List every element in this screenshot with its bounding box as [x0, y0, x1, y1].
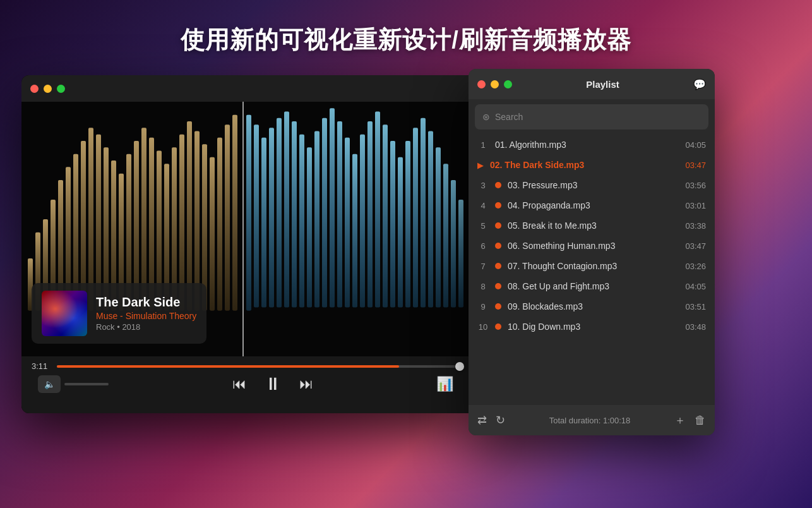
prev-button[interactable]: ⏮ — [232, 376, 246, 392]
player-controls: 3:11 🔈 ⏮ ⏸ ⏭ 📊 — [21, 356, 470, 413]
item-name: 05. Break it to Me.mp3 — [508, 221, 679, 231]
close-button[interactable] — [30, 85, 39, 93]
playlist-maximize-button[interactable] — [504, 80, 512, 88]
list-item[interactable]: 7 07. Thought Contagion.mp3 03:26 — [469, 256, 715, 276]
list-item[interactable]: ▶ 02. The Dark Side.mp3 03:47 — [469, 155, 715, 175]
progress-fill — [57, 365, 399, 368]
svg-rect-25 — [210, 157, 215, 311]
item-name: 02. The Dark Side.mp3 — [490, 160, 679, 170]
item-dot — [495, 283, 501, 289]
svg-rect-56 — [443, 164, 448, 307]
item-duration: 03:56 — [685, 181, 706, 190]
svg-rect-53 — [421, 118, 426, 308]
volume-icon[interactable]: 🔈 — [38, 375, 61, 393]
svg-rect-35 — [284, 112, 289, 308]
delete-icon[interactable]: 🗑 — [695, 414, 706, 427]
controls-row: 🔈 ⏮ ⏸ ⏭ 📊 — [32, 373, 460, 394]
item-duration: 03:26 — [685, 262, 706, 271]
item-dot — [495, 222, 501, 229]
windows-container: The Dark Side Muse - Simulation Theory R… — [0, 75, 774, 435]
item-number: 10 — [477, 322, 489, 332]
svg-rect-38 — [307, 147, 312, 307]
item-name: 07. Thought Contagion.mp3 — [508, 261, 679, 271]
list-item[interactable]: 9 09. Blockades.mp3 03:51 — [469, 296, 715, 317]
svg-rect-42 — [337, 121, 342, 308]
item-name: 10. Dig Down.mp3 — [508, 322, 679, 332]
svg-rect-49 — [390, 141, 395, 308]
svg-rect-46 — [367, 121, 373, 308]
svg-rect-58 — [458, 200, 463, 308]
item-dot — [495, 263, 501, 269]
repeat-icon[interactable]: ↻ — [496, 413, 505, 427]
player-titlebar — [21, 75, 470, 102]
item-number: 4 — [477, 201, 489, 210]
item-name: 08. Get Up and Fight.mp3 — [508, 281, 679, 291]
item-duration: 03:01 — [685, 201, 706, 210]
svg-rect-50 — [398, 157, 403, 308]
list-item[interactable]: 6 06. Something Human.mp3 03:47 — [469, 236, 715, 256]
list-item[interactable]: 1 01. Algorithm.mp3 04:05 — [469, 135, 715, 155]
total-duration: Total duration: 1:00:18 — [514, 416, 666, 425]
item-number: 7 — [477, 262, 489, 271]
list-item[interactable]: 8 08. Get Up and Fight.mp3 04:05 — [469, 276, 715, 296]
item-duration: 03:48 — [685, 322, 706, 332]
album-art — [42, 291, 87, 336]
next-button[interactable]: ⏭ — [299, 376, 313, 392]
playlist-title: Playlist — [517, 79, 688, 90]
item-name: 09. Blockades.mp3 — [508, 301, 679, 311]
item-dot — [495, 202, 501, 209]
item-number: 1 — [477, 140, 489, 150]
svg-rect-30 — [246, 115, 251, 311]
svg-rect-39 — [314, 131, 319, 308]
progress-knob[interactable] — [455, 362, 464, 371]
track-artist: Muse - Simulation Theory — [96, 311, 196, 321]
volume-control: 🔈 — [38, 375, 109, 393]
svg-rect-33 — [269, 128, 274, 307]
add-icon[interactable]: ＋ — [674, 413, 686, 428]
svg-rect-27 — [225, 124, 230, 311]
item-number: 5 — [477, 221, 489, 231]
search-icon: ⊛ — [482, 112, 490, 122]
track-title: The Dark Side — [96, 295, 196, 310]
item-number: 8 — [477, 282, 489, 291]
playlist-items: 1 01. Algorithm.mp3 04:05 ▶ 02. The Dark… — [469, 135, 715, 337]
maximize-button[interactable] — [57, 85, 65, 93]
shuffle-icon[interactable]: ⇄ — [477, 413, 487, 427]
pause-button[interactable]: ⏸ — [264, 373, 282, 394]
item-name: 04. Propaganda.mp3 — [508, 200, 679, 210]
search-input[interactable]: Search — [495, 112, 523, 122]
item-name: 03. Pressure.mp3 — [508, 180, 679, 190]
search-bar[interactable]: ⊛ Search — [475, 104, 708, 130]
volume-bar[interactable] — [64, 383, 109, 385]
svg-rect-51 — [405, 141, 410, 308]
current-time: 3:11 — [32, 361, 51, 371]
playlist-share-icon[interactable]: 💬 — [693, 78, 706, 90]
svg-rect-26 — [217, 138, 222, 311]
svg-rect-36 — [292, 121, 297, 308]
play-icon: ▶ — [477, 160, 484, 170]
svg-rect-43 — [345, 138, 350, 308]
svg-rect-29 — [242, 102, 244, 356]
player-content: The Dark Side Muse - Simulation Theory R… — [21, 102, 470, 356]
svg-rect-34 — [277, 118, 282, 308]
playlist-minimize-button[interactable] — [491, 80, 499, 88]
minimize-button[interactable] — [44, 85, 52, 93]
waveform-icon[interactable]: 📊 — [436, 376, 453, 392]
list-item[interactable]: 3 03. Pressure.mp3 03:56 — [469, 175, 715, 195]
item-number: 6 — [477, 241, 489, 251]
list-item[interactable]: 4 04. Propaganda.mp3 03:01 — [469, 195, 715, 215]
svg-rect-44 — [352, 154, 357, 308]
svg-rect-28 — [232, 115, 237, 311]
item-duration: 03:51 — [685, 302, 706, 311]
playlist-footer: ⇄ ↻ Total duration: 1:00:18 ＋ 🗑 — [469, 405, 715, 435]
item-dot — [495, 182, 501, 188]
album-overlay: The Dark Side Muse - Simulation Theory R… — [32, 283, 206, 344]
list-item[interactable]: 5 05. Break it to Me.mp3 03:38 — [469, 215, 715, 236]
progress-bar[interactable] — [57, 365, 460, 368]
svg-rect-41 — [330, 108, 335, 307]
playlist-close-button[interactable] — [477, 80, 486, 88]
svg-rect-32 — [261, 138, 266, 308]
list-item[interactable]: 10 10. Dig Down.mp3 03:48 — [469, 317, 715, 337]
svg-rect-48 — [383, 124, 388, 307]
svg-rect-22 — [187, 121, 192, 311]
